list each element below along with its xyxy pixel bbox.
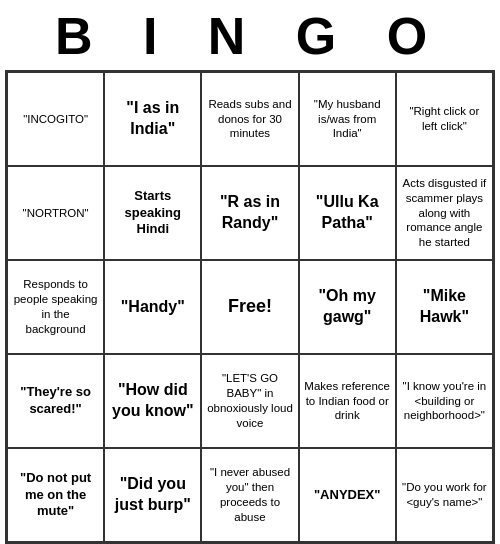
bingo-cell-r3c3: Makes reference to Indian food or drink <box>299 354 396 448</box>
bingo-cell-r4c3: "ANYDEX" <box>299 448 396 542</box>
bingo-title: B I N G O <box>0 0 500 70</box>
bingo-cell-r0c0: "INCOGITO" <box>7 72 104 166</box>
bingo-cell-r2c0: Responds to people speaking in the backg… <box>7 260 104 354</box>
bingo-cell-r1c1: Starts speaking Hindi <box>104 166 201 260</box>
bingo-cell-r0c2: Reads subs and donos for 30 minutes <box>201 72 298 166</box>
bingo-cell-r2c2: Free! <box>201 260 298 354</box>
bingo-cell-r2c3: "Oh my gawg" <box>299 260 396 354</box>
bingo-cell-r2c1: "Handy" <box>104 260 201 354</box>
bingo-cell-r1c2: "R as in Randy" <box>201 166 298 260</box>
bingo-cell-r4c2: "I never abused you" then proceeds to ab… <box>201 448 298 542</box>
bingo-cell-r1c4: Acts disgusted if scammer plays along wi… <box>396 166 493 260</box>
bingo-cell-r0c4: "Right click or left click" <box>396 72 493 166</box>
bingo-cell-r3c2: "LET'S GO BABY" in obnoxiously loud voic… <box>201 354 298 448</box>
bingo-cell-r3c1: "How did you know" <box>104 354 201 448</box>
bingo-cell-r4c0: "Do not put me on the mute" <box>7 448 104 542</box>
bingo-cell-r3c0: "They're so scared!" <box>7 354 104 448</box>
bingo-cell-r4c4: "Do you work for <guy's name>" <box>396 448 493 542</box>
bingo-cell-r1c3: "Ullu Ka Patha" <box>299 166 396 260</box>
bingo-cell-r1c0: "NORTRON" <box>7 166 104 260</box>
bingo-cell-r4c1: "Did you just burp" <box>104 448 201 542</box>
bingo-cell-r3c4: "I know you're in <building or neighborh… <box>396 354 493 448</box>
bingo-grid: "INCOGITO""I as in India"Reads subs and … <box>5 70 495 544</box>
bingo-cell-r2c4: "Mike Hawk" <box>396 260 493 354</box>
bingo-cell-r0c1: "I as in India" <box>104 72 201 166</box>
bingo-cell-r0c3: "My husband is/was from India" <box>299 72 396 166</box>
